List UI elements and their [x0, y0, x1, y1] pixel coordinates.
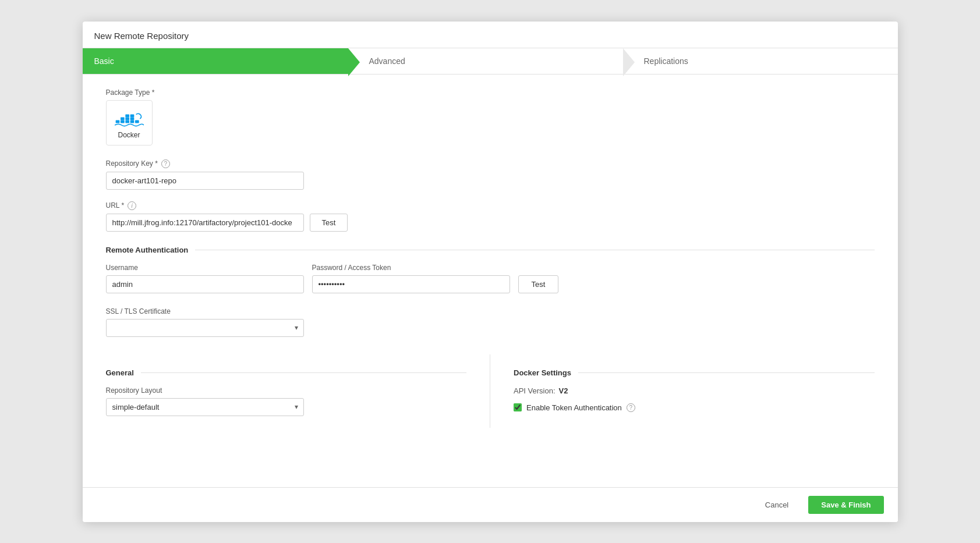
svg-rect-1 — [121, 117, 125, 120]
dialog-footer: Cancel Save & Finish — [83, 487, 898, 522]
enable-token-auth-checkbox[interactable] — [514, 403, 522, 411]
svg-rect-0 — [115, 120, 119, 123]
svg-rect-2 — [121, 120, 125, 123]
auth-test-button[interactable]: Test — [518, 275, 559, 293]
svg-rect-5 — [125, 114, 129, 117]
wizard-step-basic[interactable]: Basic — [83, 48, 348, 74]
general-section-header: General — [106, 368, 467, 377]
wizard-step-advanced[interactable]: Advanced — [348, 48, 623, 74]
api-version-row: API Version: V2 — [514, 386, 875, 395]
save-finish-button[interactable]: Save & Finish — [808, 496, 883, 514]
docker-settings-section-header: Docker Settings — [514, 368, 875, 377]
password-input[interactable] — [312, 275, 510, 293]
repo-layout-group: Repository Layout simple-default maven-2… — [106, 386, 304, 416]
docker-package-type-label: Docker — [118, 131, 140, 139]
api-version-value: V2 — [559, 386, 568, 395]
svg-rect-6 — [130, 117, 134, 120]
remote-auth-row: Username Password / Access Token Test — [106, 264, 875, 293]
docker-settings-section: Docker Settings API Version: V2 Enable T… — [490, 354, 875, 428]
username-group: Username — [106, 264, 304, 293]
ssl-label: SSL / TLS Certificate — [106, 307, 304, 315]
general-section: General Repository Layout simple-default… — [106, 354, 490, 428]
svg-rect-9 — [135, 120, 139, 123]
dialog-body: Package Type * — [83, 74, 898, 487]
repo-layout-select[interactable]: simple-default maven-2-default ivy-defau… — [106, 398, 304, 416]
ssl-select-wrap: Default — [106, 319, 304, 337]
enable-token-auth-help-icon[interactable]: ? — [627, 403, 635, 412]
username-input[interactable] — [106, 275, 304, 293]
repo-layout-select-wrap: simple-default maven-2-default ivy-defau… — [106, 398, 304, 416]
wizard-steps: Basic Advanced Replications — [83, 48, 898, 74]
api-version-label: API Version: — [514, 386, 556, 395]
username-label: Username — [106, 264, 304, 272]
new-remote-repository-dialog: New Remote Repository Basic Advanced Rep… — [83, 22, 898, 522]
docker-logo-icon — [115, 107, 144, 129]
svg-rect-7 — [130, 120, 134, 123]
docker-package-type-option[interactable]: Docker — [106, 100, 153, 145]
svg-rect-4 — [125, 120, 129, 123]
package-type-label: Package Type * — [106, 88, 875, 97]
bottom-sections: General Repository Layout simple-default… — [106, 354, 875, 428]
ssl-select[interactable]: Default — [106, 319, 304, 337]
repository-key-label: Repository Key * ? — [106, 159, 304, 168]
svg-rect-3 — [125, 117, 129, 120]
package-type-group: Package Type * — [106, 88, 875, 145]
repository-key-help-icon[interactable]: ? — [161, 159, 170, 168]
repository-key-input[interactable] — [106, 172, 304, 190]
remote-auth-section-header: Remote Authentication — [106, 246, 875, 254]
cancel-button[interactable]: Cancel — [752, 496, 801, 514]
url-row: Test — [106, 214, 875, 232]
repo-layout-label: Repository Layout — [106, 386, 304, 395]
url-info-icon[interactable]: i — [128, 201, 136, 210]
url-test-button[interactable]: Test — [310, 214, 348, 232]
dialog-title: New Remote Repository — [83, 22, 898, 48]
ssl-group: SSL / TLS Certificate Default — [106, 307, 304, 337]
url-group: URL * i Test — [106, 201, 875, 232]
password-label: Password / Access Token — [312, 264, 510, 272]
enable-token-auth-label: Enable Token Authentication — [526, 403, 622, 412]
svg-rect-8 — [130, 114, 134, 117]
url-input[interactable] — [106, 214, 304, 232]
auth-test-button-wrap: Test — [518, 275, 559, 293]
enable-token-auth-row: Enable Token Authentication ? — [514, 403, 875, 412]
password-group: Password / Access Token — [312, 264, 510, 293]
wizard-step-replications[interactable]: Replications — [623, 48, 898, 74]
url-label: URL * i — [106, 201, 875, 210]
repository-key-group: Repository Key * ? — [106, 159, 304, 190]
